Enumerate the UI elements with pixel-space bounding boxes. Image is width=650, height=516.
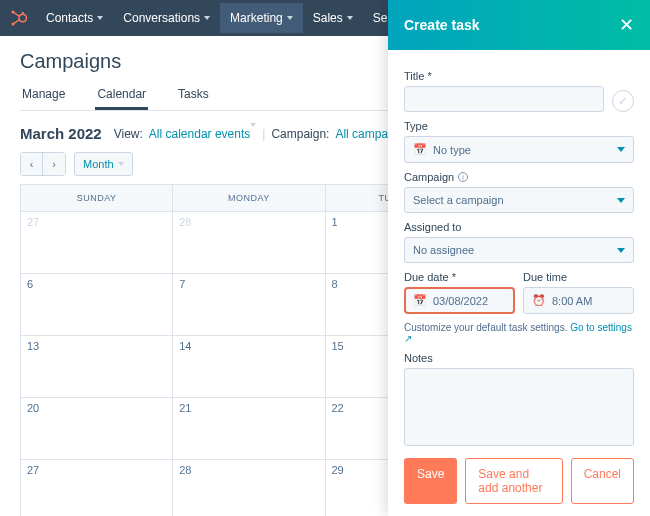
- nav-item-marketing[interactable]: Marketing: [220, 3, 303, 33]
- panel-header: Create task ✕: [388, 0, 650, 50]
- svg-point-3: [12, 11, 15, 14]
- calendar-cell[interactable]: 28: [173, 460, 325, 516]
- calendar-cell[interactable]: 20: [21, 398, 173, 460]
- separator: |: [262, 127, 265, 141]
- chevron-down-icon: [118, 162, 124, 166]
- create-task-panel: Create task ✕ Title * ✓ Type 📅 No type C…: [388, 0, 650, 516]
- campaign-label: Campaign:: [271, 127, 329, 141]
- panel-footer: Save Save and add another Cancel: [388, 446, 650, 516]
- prev-button[interactable]: ‹: [21, 153, 43, 175]
- nav-item-contacts[interactable]: Contacts: [36, 3, 113, 33]
- current-month: March 2022: [20, 125, 102, 142]
- campaign-select[interactable]: Select a campaign: [404, 187, 634, 213]
- tab-tasks[interactable]: Tasks: [176, 81, 211, 110]
- chevron-down-icon: [250, 123, 256, 141]
- chevron-down-icon: [97, 16, 103, 20]
- svg-point-0: [19, 14, 27, 22]
- calendar-icon: 📅: [413, 294, 427, 307]
- svg-point-5: [22, 12, 24, 14]
- notes-textarea[interactable]: [404, 368, 634, 446]
- chevron-down-icon: [617, 248, 625, 253]
- close-icon[interactable]: ✕: [619, 14, 634, 36]
- clock-icon: ⏰: [532, 294, 546, 307]
- panel-title: Create task: [404, 17, 480, 33]
- external-link-icon: ↗: [404, 333, 412, 344]
- tab-calendar[interactable]: Calendar: [95, 81, 148, 110]
- calendar-cell[interactable]: 27: [21, 460, 173, 516]
- notes-label: Notes: [404, 352, 634, 364]
- chevron-down-icon: [347, 16, 353, 20]
- chevron-down-icon: [617, 198, 625, 203]
- title-label: Title *: [404, 70, 634, 82]
- calendar-header-cell: SUNDAY: [21, 185, 173, 212]
- title-input[interactable]: [404, 86, 604, 112]
- svg-point-4: [12, 23, 15, 26]
- calendar-icon: 📅: [413, 143, 427, 156]
- calendar-cell[interactable]: 14: [173, 336, 325, 398]
- due-time-label: Due time: [523, 271, 634, 283]
- assigned-label: Assigned to: [404, 221, 634, 233]
- save-and-add-button[interactable]: Save and add another: [465, 458, 562, 504]
- hubspot-logo-icon: [8, 7, 30, 29]
- calendar-cell[interactable]: 28: [173, 212, 325, 274]
- type-select[interactable]: 📅 No type: [404, 136, 634, 163]
- calendar-cell[interactable]: 21: [173, 398, 325, 460]
- chevron-down-icon: [287, 16, 293, 20]
- nav-item-sales[interactable]: Sales: [303, 3, 363, 33]
- info-icon: i: [458, 172, 468, 182]
- due-time-input[interactable]: ⏰ 8:00 AM: [523, 287, 634, 314]
- check-circle-icon: ✓: [612, 90, 634, 112]
- cancel-button[interactable]: Cancel: [571, 458, 634, 504]
- tab-manage[interactable]: Manage: [20, 81, 67, 110]
- chevron-down-icon: [617, 147, 625, 152]
- due-date-label: Due date *: [404, 271, 515, 283]
- view-label: View:: [114, 127, 143, 141]
- period-dropdown[interactable]: Month: [74, 152, 133, 176]
- save-button[interactable]: Save: [404, 458, 457, 504]
- next-button[interactable]: ›: [43, 153, 65, 175]
- nav-arrows: ‹ ›: [20, 152, 66, 176]
- calendar-cell[interactable]: 7: [173, 274, 325, 336]
- calendar-cell[interactable]: 13: [21, 336, 173, 398]
- chevron-down-icon: [204, 16, 210, 20]
- campaign-label: Campaign i: [404, 171, 634, 183]
- panel-body: Title * ✓ Type 📅 No type Campaign i Sele…: [388, 50, 650, 446]
- calendar-header-cell: MONDAY: [173, 185, 325, 212]
- nav-item-conversations[interactable]: Conversations: [113, 3, 220, 33]
- due-date-input[interactable]: 📅 03/08/2022: [404, 287, 515, 314]
- type-label: Type: [404, 120, 634, 132]
- calendar-cell[interactable]: 6: [21, 274, 173, 336]
- calendar-cell[interactable]: 27: [21, 212, 173, 274]
- customize-text: Customize your default task settings. Go…: [404, 322, 634, 344]
- view-dropdown[interactable]: All calendar events: [149, 127, 256, 141]
- assigned-select[interactable]: No assignee: [404, 237, 634, 263]
